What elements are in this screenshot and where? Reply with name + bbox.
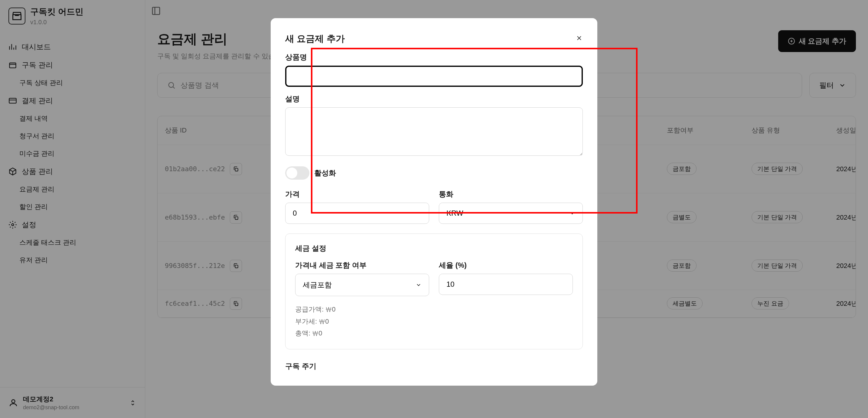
price-input[interactable]: [285, 203, 429, 224]
total-amount: 총액: ₩0: [295, 327, 573, 339]
tax-settings-box: 세금 설정 가격내 세금 포함 여부 세금포함 세율 (%) 공급가액: ₩0 …: [285, 234, 583, 349]
description-textarea[interactable]: [285, 108, 583, 156]
active-label: 활성화: [314, 168, 336, 178]
tax-included-label: 가격내 세금 포함 여부: [295, 261, 429, 270]
cycle-section-title: 구독 주기: [285, 361, 583, 371]
currency-select[interactable]: KRW: [439, 203, 583, 224]
product-name-input[interactable]: [285, 66, 583, 87]
active-toggle[interactable]: [285, 166, 309, 180]
form-group-description: 설명: [285, 94, 583, 157]
currency-value: KRW: [446, 209, 463, 217]
chevron-down-icon: [415, 282, 422, 288]
currency-label: 통화: [439, 189, 583, 199]
tax-summary: 공급가액: ₩0 부가세: ₩0 총액: ₩0: [295, 303, 573, 339]
tax-option-value: 세금포함: [303, 280, 332, 290]
form-group-product-name: 상품명: [285, 52, 583, 87]
price-currency-row: 가격 통화 KRW: [285, 189, 583, 224]
chevron-down-icon: [569, 210, 575, 216]
modal-title: 새 요금제 추가: [285, 33, 345, 45]
product-name-label: 상품명: [285, 52, 583, 62]
supply-amount: 공급가액: ₩0: [295, 303, 573, 316]
tax-rate-input[interactable]: [439, 274, 573, 295]
active-toggle-row: 활성화: [285, 166, 583, 180]
modal-header: 새 요금제 추가: [285, 33, 583, 45]
tax-included-select[interactable]: 세금포함: [295, 274, 429, 296]
add-plan-modal: 새 요금제 추가 상품명 설명 활성화 가격 통화 KRW 세금 설정: [271, 18, 597, 386]
tax-settings-title: 세금 설정: [295, 243, 573, 253]
close-icon: [576, 34, 583, 42]
close-button[interactable]: [576, 34, 583, 44]
tax-rate-label: 세율 (%): [439, 261, 573, 270]
vat-amount: 부가세: ₩0: [295, 316, 573, 328]
price-label: 가격: [285, 189, 429, 199]
description-label: 설명: [285, 94, 583, 104]
